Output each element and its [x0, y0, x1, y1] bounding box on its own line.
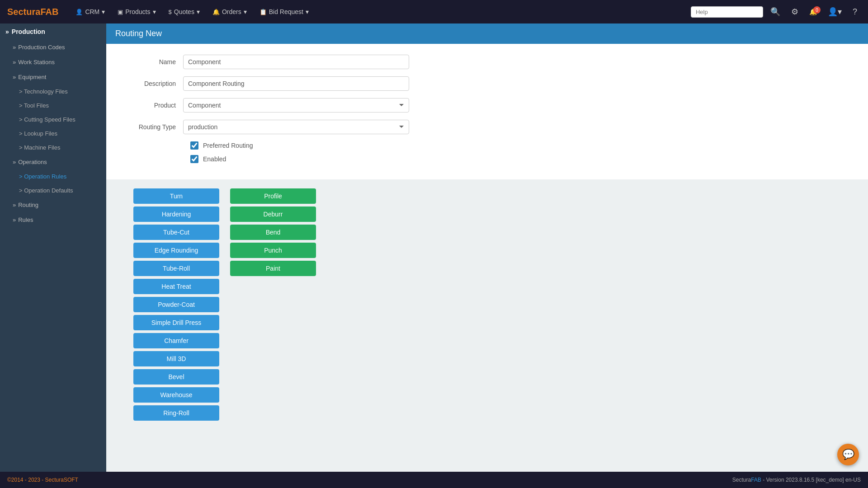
operation-rules-label: > Operation Rules — [19, 173, 66, 180]
chat-icon: 💬 — [842, 449, 854, 460]
sidebar-item-tool-files[interactable]: > Tool Files — [0, 99, 106, 113]
help-search-input[interactable] — [691, 6, 763, 18]
brand-name-start: Sectura — [7, 7, 40, 17]
sidebar-operations-label: Operations — [18, 159, 47, 165]
sidebar-item-production-codes[interactable]: » Production Codes — [0, 40, 106, 55]
nav-crm-label: CRM — [85, 8, 99, 15]
user-menu[interactable]: 👤▾ — [824, 5, 845, 19]
nav-item-bid-request[interactable]: 📋 Bid Request ▾ — [253, 0, 315, 23]
quotes-dropdown-icon: ▾ — [197, 8, 200, 15]
btn-profile[interactable]: Profile — [230, 188, 316, 204]
page-header: Routing New — [106, 23, 868, 44]
product-select[interactable]: Component — [183, 98, 409, 113]
btn-simple-drill-press[interactable]: Simple Drill Press — [133, 315, 219, 330]
sidebar-item-cutting-speed-files[interactable]: > Cutting Speed Files — [0, 113, 106, 127]
enabled-row: Enabled — [124, 155, 850, 163]
sidebar-rules-label: Rules — [18, 216, 33, 223]
search-icon[interactable]: 🔍 — [767, 5, 784, 19]
technology-files-label: > Technology Files — [19, 88, 68, 95]
chat-button[interactable]: 💬 — [837, 444, 859, 465]
product-row: Product Component — [124, 98, 850, 113]
orders-dropdown-icon: ▾ — [244, 8, 247, 15]
sidebar-work-stations-label: Work Stations — [18, 59, 55, 66]
routing-type-label: Routing Type — [124, 123, 183, 131]
nav-item-orders[interactable]: 🔔 Orders ▾ — [206, 0, 253, 23]
equipment-chevron: » — [13, 74, 16, 80]
btn-bevel[interactable]: Bevel — [133, 369, 219, 385]
sidebar-item-routing[interactable]: » Routing — [0, 197, 106, 212]
footer: ©2014 - 2023 - SecturaSOFT SecturaFAB - … — [0, 472, 868, 488]
btn-turn[interactable]: Turn — [133, 188, 219, 204]
preferred-routing-checkbox[interactable] — [190, 141, 198, 150]
name-label: Name — [124, 58, 183, 66]
page-title: Routing New — [115, 29, 162, 38]
crm-icon: 👤 — [75, 9, 83, 15]
nav-products-label: Products — [125, 8, 150, 15]
sidebar-item-machine-files[interactable]: > Machine Files — [0, 141, 106, 155]
name-input[interactable] — [183, 55, 409, 69]
operations-chevron: » — [13, 159, 16, 165]
nav-orders-label: Orders — [222, 8, 241, 15]
gear-icon[interactable]: ⚙ — [788, 5, 802, 19]
sidebar-item-operations[interactable]: » Operations — [0, 155, 106, 169]
sidebar-production-header[interactable]: » Production — [0, 23, 106, 40]
production-chevron-icon: » — [5, 28, 9, 35]
machine-files-label: > Machine Files — [19, 144, 60, 151]
sidebar: » Production » Production Codes » Work S… — [0, 23, 106, 472]
routing-chevron: » — [13, 202, 16, 208]
btn-edge-rounding[interactable]: Edge Rounding — [133, 243, 219, 258]
brand-name-end: FAB — [40, 7, 58, 17]
nav-menu: 👤 CRM ▾ ▣ Products ▾ $ Quotes ▾ 🔔 Orders… — [69, 0, 315, 23]
btn-paint[interactable]: Paint — [230, 261, 316, 276]
help-icon[interactable]: ? — [849, 5, 861, 19]
btn-heat-treat[interactable]: Heat Treat — [133, 279, 219, 294]
lookup-files-label: > Lookup Files — [19, 130, 57, 137]
sidebar-item-rules[interactable]: » Rules — [0, 212, 106, 227]
rules-chevron: » — [13, 216, 16, 223]
footer-version-text: - Version 2023.8.16.5 [kec_demo] en-US — [761, 477, 861, 483]
btn-deburr[interactable]: Deburr — [230, 206, 316, 222]
btn-tube-cut[interactable]: Tube-Cut — [133, 225, 219, 240]
nav-item-quotes[interactable]: $ Quotes ▾ — [162, 0, 206, 23]
operation-defaults-label: > Operation Defaults — [19, 187, 73, 194]
sidebar-item-equipment[interactable]: » Equipment — [0, 70, 106, 84]
nav-quotes-label: Quotes — [174, 8, 194, 15]
btn-hardening[interactable]: Hardening — [133, 206, 219, 222]
btn-powder-coat[interactable]: Powder-Coat — [133, 297, 219, 312]
preferred-routing-row: Preferred Routing — [124, 141, 850, 150]
sidebar-item-operation-defaults[interactable]: > Operation Defaults — [0, 183, 106, 197]
btn-bend[interactable]: Bend — [230, 225, 316, 240]
btn-mill-3d[interactable]: Mill 3D — [133, 351, 219, 366]
footer-brand-soft: SOFT — [64, 477, 78, 483]
routing-type-select[interactable]: production — [183, 120, 409, 134]
name-row: Name — [124, 55, 850, 69]
nav-right: 🔍 ⚙ 🔔 0 👤▾ ? — [691, 5, 861, 19]
nav-item-products[interactable]: ▣ Products ▾ — [111, 0, 162, 23]
btn-ring-roll[interactable]: Ring-Roll — [133, 405, 219, 421]
sidebar-item-work-stations[interactable]: » Work Stations — [0, 55, 106, 70]
sidebar-item-technology-files[interactable]: > Technology Files — [0, 84, 106, 99]
brand-logo[interactable]: SecturaFAB — [7, 7, 58, 17]
orders-icon: 🔔 — [212, 9, 220, 15]
sidebar-production-label: Production — [12, 28, 45, 35]
btn-warehouse[interactable]: Warehouse — [133, 387, 219, 403]
description-label: Description — [124, 80, 183, 87]
btn-tube-roll[interactable]: Tube-Roll — [133, 261, 219, 276]
production-codes-chevron: » — [13, 44, 16, 51]
btn-chamfer[interactable]: Chamfer — [133, 333, 219, 348]
sidebar-item-operation-rules[interactable]: > Operation Rules — [0, 169, 106, 183]
footer-left: ©2014 - 2023 - SecturaSOFT — [7, 477, 78, 483]
sidebar-routing-label: Routing — [18, 202, 38, 208]
main-layout: » Production » Production Codes » Work S… — [0, 23, 868, 472]
cutting-speed-files-label: > Cutting Speed Files — [19, 116, 75, 123]
description-input[interactable] — [183, 76, 409, 91]
enabled-checkbox[interactable] — [190, 155, 198, 163]
nav-item-crm[interactable]: 👤 CRM ▾ — [69, 0, 111, 23]
footer-version-prefix: Sectura — [732, 477, 751, 483]
btn-punch[interactable]: Punch — [230, 243, 316, 258]
notification-bell[interactable]: 🔔 0 — [806, 6, 821, 17]
sidebar-item-lookup-files[interactable]: > Lookup Files — [0, 127, 106, 141]
tool-files-label: > Tool Files — [19, 102, 49, 109]
footer-right: SecturaFAB - Version 2023.8.16.5 [kec_de… — [732, 477, 861, 483]
blue-buttons-column: Turn Hardening Tube-Cut Edge Rounding Tu… — [133, 188, 219, 421]
